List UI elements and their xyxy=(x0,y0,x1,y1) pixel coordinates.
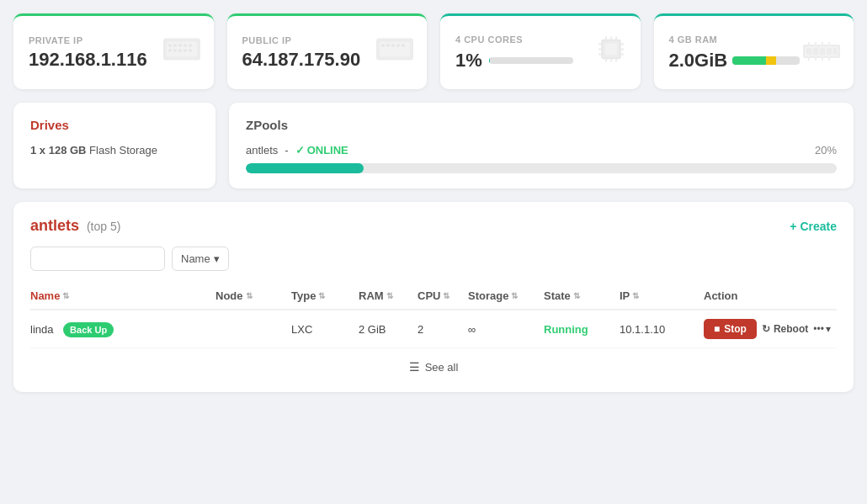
row-ram: 2 GiB xyxy=(359,323,418,336)
name-filter-label: Name xyxy=(181,252,210,265)
more-options-button[interactable]: ••• ▾ xyxy=(813,323,831,335)
ellipsis-icon: ••• xyxy=(813,323,824,335)
ram-yellow-fill xyxy=(766,56,776,65)
svg-rect-35 xyxy=(806,48,811,55)
sort-state-icon: ⇅ xyxy=(573,291,580,300)
cpu-value: 1% xyxy=(455,50,482,72)
cpu-icon xyxy=(595,33,627,72)
row-name: linda xyxy=(30,323,53,336)
zpool-separator: - xyxy=(285,144,288,157)
create-button[interactable]: + Create xyxy=(790,220,837,233)
col-ram: RAM ⇅ xyxy=(359,289,418,302)
sort-ip-icon: ⇅ xyxy=(632,291,639,300)
svg-rect-2 xyxy=(168,44,172,46)
chevron-down-icon-more: ▾ xyxy=(826,323,831,335)
stop-icon: ■ xyxy=(714,323,720,335)
col-ip: IP ⇅ xyxy=(620,289,704,302)
ram-progress-bar xyxy=(732,56,800,65)
network-icon xyxy=(163,34,200,71)
zpool-row: antlets - ✓ ONLINE 20% xyxy=(246,144,837,157)
zpools-card: ZPools antlets - ✓ ONLINE 20% xyxy=(229,103,854,188)
svg-rect-20 xyxy=(605,43,617,55)
svg-rect-39 xyxy=(833,48,837,55)
cpu-progress-fill xyxy=(489,57,490,64)
sort-cpu-icon: ⇅ xyxy=(443,291,449,300)
svg-rect-7 xyxy=(168,49,172,51)
zpool-status: ✓ ONLINE xyxy=(295,144,348,157)
drives-card: Drives 1 x 128 GB Flash Storage xyxy=(13,103,215,188)
zpool-percent: 20% xyxy=(815,144,837,157)
top-cards-section: PRIVATE IP 192.168.1.116 PUBLIC IP 64.18… xyxy=(0,0,867,96)
cpu-card: 4 CPU CORES 1% xyxy=(440,13,641,89)
svg-rect-4 xyxy=(178,44,182,46)
ram-card: 4 GB RAM 2.0GiB xyxy=(654,13,854,89)
svg-rect-16 xyxy=(391,44,395,46)
zpool-name: antlets xyxy=(246,144,278,157)
col-state: State ⇅ xyxy=(544,289,620,302)
cpu-progress-bar xyxy=(489,57,573,64)
svg-rect-38 xyxy=(827,48,832,55)
svg-rect-17 xyxy=(396,44,400,46)
svg-rect-9 xyxy=(178,49,182,51)
col-type: Type ⇅ xyxy=(291,289,359,302)
col-action: Action xyxy=(704,289,837,302)
search-filter-row: Name ▾ xyxy=(30,247,837,271)
svg-rect-42 xyxy=(822,42,823,46)
antlets-title-wrap: antlets (top 5) xyxy=(30,217,120,235)
backup-badge: Back Up xyxy=(63,322,114,337)
ram-value: 2.0GiB xyxy=(669,50,728,72)
public-ip-card: PUBLIC IP 64.187.175.90 xyxy=(227,13,428,89)
sort-type-icon: ⇅ xyxy=(318,291,325,300)
svg-rect-37 xyxy=(820,48,825,55)
row-cpu: 2 xyxy=(418,323,468,336)
svg-rect-15 xyxy=(386,44,390,46)
ram-green-fill xyxy=(732,56,766,65)
svg-rect-47 xyxy=(828,56,830,61)
svg-rect-41 xyxy=(815,42,816,46)
svg-rect-44 xyxy=(808,56,810,61)
row-state: Running xyxy=(544,323,620,336)
svg-rect-46 xyxy=(822,56,823,61)
svg-rect-40 xyxy=(808,42,810,46)
ram-icon xyxy=(803,35,840,71)
zpool-progress-bar xyxy=(246,163,837,173)
svg-rect-8 xyxy=(173,49,177,51)
reboot-icon: ↻ xyxy=(762,323,770,335)
row-name-cell: linda Back Up xyxy=(30,323,215,336)
list-icon: ☰ xyxy=(409,360,420,374)
row-storage: ∞ xyxy=(468,323,544,336)
zpool-bar-fill xyxy=(246,163,364,173)
private-ip-card: PRIVATE IP 192.168.1.116 xyxy=(13,13,214,89)
svg-rect-6 xyxy=(189,44,192,46)
col-cpu: CPU ⇅ xyxy=(418,289,468,302)
svg-rect-36 xyxy=(813,48,818,55)
see-all-row[interactable]: ☰ See all xyxy=(30,348,837,377)
drives-title: Drives xyxy=(30,118,199,132)
name-filter-dropdown[interactable]: Name ▾ xyxy=(172,247,229,271)
svg-rect-45 xyxy=(815,56,816,61)
antlets-section: antlets (top 5) + Create Name ▾ Name ⇅ N… xyxy=(13,202,854,392)
row-type: LXC xyxy=(291,323,359,336)
sort-ram-icon: ⇅ xyxy=(386,291,393,300)
svg-rect-1 xyxy=(167,41,197,56)
table-row: linda Back Up LXC 2 GiB 2 ∞ Running 10.1… xyxy=(30,310,837,348)
svg-rect-14 xyxy=(381,44,385,46)
sort-node-icon: ⇅ xyxy=(246,291,253,300)
table-header: Name ⇅ Node ⇅ Type ⇅ RAM ⇅ CPU ⇅ Storage… xyxy=(30,283,837,310)
row-action-cell: ■ Stop ↻ Reboot ••• ▾ xyxy=(704,319,837,339)
col-name: Name ⇅ xyxy=(30,289,215,302)
reboot-button[interactable]: ↻ Reboot xyxy=(762,323,808,335)
col-storage: Storage ⇅ xyxy=(468,289,544,302)
search-input[interactable] xyxy=(30,247,165,271)
action-row: ■ Stop ↻ Reboot ••• ▾ xyxy=(704,319,837,339)
antlets-subtitle: (top 5) xyxy=(82,217,120,234)
stop-button[interactable]: ■ Stop xyxy=(704,319,757,339)
check-icon: ✓ xyxy=(295,144,305,157)
zpool-status-text: ONLINE xyxy=(307,144,348,157)
row-ip: 10.1.1.10 xyxy=(620,323,704,336)
sort-name-icon: ⇅ xyxy=(62,291,69,300)
antlets-header: antlets (top 5) + Create xyxy=(30,217,837,235)
svg-rect-13 xyxy=(380,41,410,56)
svg-rect-18 xyxy=(402,44,405,46)
chevron-down-icon: ▾ xyxy=(214,252,220,265)
